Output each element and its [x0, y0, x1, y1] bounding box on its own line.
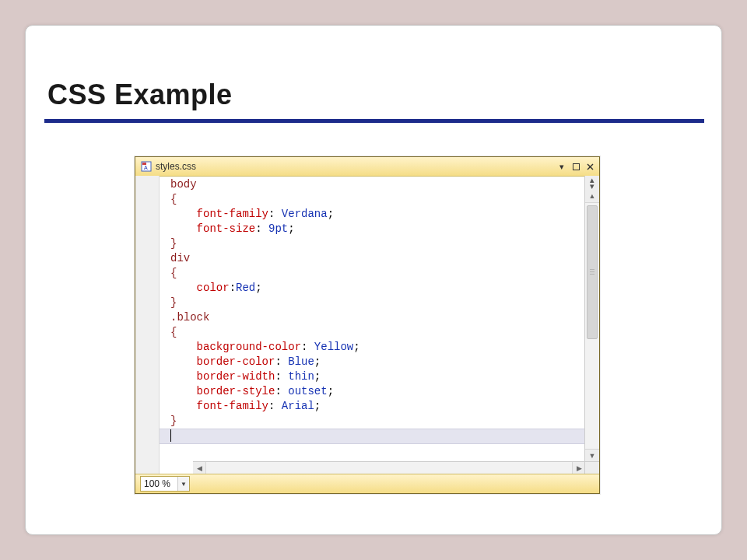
file-css-icon: A [140, 160, 153, 173]
title-underline [44, 119, 704, 123]
window-maximize-button[interactable] [570, 161, 582, 172]
editor-window: A styles.css ▾ body{ font-family: Verdan… [135, 156, 600, 494]
window-menu-button[interactable]: ▾ [556, 161, 568, 172]
chevron-down-icon[interactable]: ▼ [177, 477, 189, 491]
slide: CSS Example A styles.css ▾ [25, 25, 722, 535]
code-line[interactable]: font-family: Arial; [170, 399, 599, 414]
scroll-right-button[interactable]: ▶ [572, 462, 585, 474]
code-line[interactable]: border-width: thin; [170, 369, 599, 384]
editor-statusbar: 100 % ▼ [135, 474, 599, 493]
vertical-scroll-thumb[interactable] [587, 205, 598, 339]
code-body[interactable]: body{ font-family: Verdana; font-size: 9… [160, 176, 599, 474]
scroll-left-button[interactable]: ◀ [193, 462, 206, 474]
code-line[interactable]: border-color: Blue; [170, 355, 599, 369]
code-line[interactable]: .block [170, 310, 599, 325]
slide-title: CSS Example [47, 79, 233, 111]
svg-text:A: A [144, 165, 148, 170]
code-line[interactable]: } [170, 414, 599, 429]
svg-rect-3 [573, 163, 579, 170]
split-handle[interactable]: ▴▾ [584, 176, 599, 191]
code-line[interactable]: body [170, 177, 599, 192]
window-titlebar[interactable]: A styles.css ▾ [135, 157, 599, 177]
scroll-up-button[interactable]: ▲ [585, 190, 599, 203]
code-line[interactable]: } [170, 296, 599, 310]
code-line[interactable]: } [170, 236, 599, 251]
editor-gutter [135, 176, 160, 474]
current-line-highlight [160, 429, 599, 444]
code-line[interactable]: font-family: Verdana; [170, 207, 599, 222]
code-area: body{ font-family: Verdana; font-size: 9… [135, 176, 599, 474]
text-caret [170, 429, 171, 442]
code-line[interactable]: div [170, 251, 599, 266]
window-close-button[interactable] [584, 161, 596, 172]
code-line[interactable]: border-style: outset; [170, 384, 599, 399]
horizontal-scrollbar[interactable]: ◀ ▶ [193, 461, 585, 474]
code-line[interactable]: { [170, 266, 599, 281]
code-line[interactable]: { [170, 325, 599, 340]
split-handle-icon: ▴▾ [590, 177, 594, 189]
code-line[interactable]: font-size: 9pt; [170, 222, 599, 236]
code-line[interactable]: { [170, 192, 599, 207]
window-title: styles.css [156, 161, 556, 172]
code-line[interactable]: color:Red; [170, 281, 599, 296]
zoom-level-value: 100 % [141, 478, 177, 489]
vertical-scrollbar[interactable]: ▲ ▼ [584, 190, 599, 462]
scroll-down-button[interactable]: ▼ [585, 449, 599, 462]
zoom-level-combobox[interactable]: 100 % ▼ [140, 476, 190, 492]
scroll-corner [584, 461, 599, 474]
code-content[interactable]: body{ font-family: Verdana; font-size: 9… [160, 176, 599, 429]
code-line[interactable]: background-color: Yellow; [170, 340, 599, 355]
